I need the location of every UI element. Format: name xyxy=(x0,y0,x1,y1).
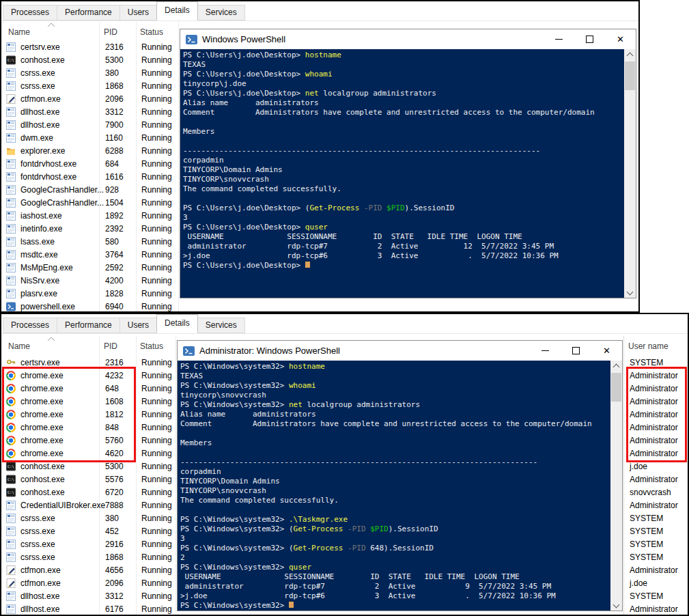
process-user: Administrator xyxy=(630,564,678,577)
process-pid: 452 xyxy=(105,525,119,538)
console-line: >j.doe rdp-tcp#6 3 Active . 5/7/2022 10:… xyxy=(180,591,608,601)
console-line: Comment Administrators have complete and… xyxy=(180,419,608,429)
process-user: SYSTEM xyxy=(630,551,663,564)
process-status: Running xyxy=(141,499,172,512)
minimize-button[interactable] xyxy=(544,29,574,49)
scrollbar-thumb[interactable] xyxy=(625,61,635,90)
column-header-pid[interactable]: PID xyxy=(104,27,117,37)
tab-processes[interactable]: Processes xyxy=(3,318,57,333)
console-line: tinycorp\snovvcrash xyxy=(180,391,608,400)
console-line: 3 xyxy=(180,534,608,544)
tab-users[interactable]: Users xyxy=(119,5,157,20)
console-line: TEXAS xyxy=(180,372,608,381)
default-icon xyxy=(6,527,16,536)
default-icon xyxy=(6,120,16,130)
process-status: Running xyxy=(141,564,172,577)
console-text: quser xyxy=(305,223,328,232)
column-header-pid[interactable]: PID xyxy=(104,341,117,351)
console-line: The command completed successfully. xyxy=(183,184,622,194)
scroll-down-icon[interactable] xyxy=(610,600,622,611)
process-name: MsMpEng.exe xyxy=(20,262,73,275)
console-text: hostname xyxy=(305,51,341,59)
console-line: PS C:\Users\j.doe\Desktop> (Get-Process … xyxy=(183,204,622,213)
process-pid: 2916 xyxy=(105,538,124,551)
console-text: net xyxy=(305,89,319,98)
scroll-up-icon[interactable] xyxy=(624,49,636,59)
scrollbar[interactable] xyxy=(624,49,636,298)
tab-details[interactable]: Details xyxy=(156,314,198,333)
default-icon xyxy=(6,172,16,182)
process-pid: 2392 xyxy=(105,223,124,236)
scrollbar[interactable] xyxy=(610,361,622,611)
maximize-button[interactable] xyxy=(561,341,591,361)
default-icon xyxy=(6,211,16,221)
process-status: Running xyxy=(141,434,172,447)
process-name: NisSrv.exe xyxy=(20,275,59,288)
console-text: TINYCORP\Domain Admins xyxy=(183,165,283,174)
process-pid: 5300 xyxy=(105,54,124,67)
console-line: PS C:\Users\j.doe\Desktop> xyxy=(183,261,622,270)
console-line: USERNAME SESSIONNAME ID STATE IDLE TIME … xyxy=(180,572,608,582)
process-status: Running xyxy=(141,603,172,616)
process-status: Running xyxy=(141,93,172,106)
scroll-up-icon[interactable] xyxy=(610,361,622,371)
process-name: dwm.exe xyxy=(20,132,53,145)
console-output: PS C:\Windows\system32> hostnameTEXASPS … xyxy=(178,361,622,611)
close-button[interactable]: ✕ xyxy=(605,29,636,49)
console-text: PS C:\Users\j.doe\Desktop> xyxy=(183,223,305,232)
process-pid: 3312 xyxy=(105,590,124,603)
process-pid: 6176 xyxy=(105,603,124,616)
column-header-status[interactable]: Status xyxy=(140,341,163,351)
minimize-button[interactable] xyxy=(530,341,561,361)
console-text: PS C:\Windows\system32> xyxy=(180,362,289,371)
column-header-name[interactable]: Name xyxy=(8,341,30,351)
tab-performance[interactable]: Performance xyxy=(57,5,120,20)
scroll-down-icon[interactable] xyxy=(624,288,636,298)
tab-performance[interactable]: Performance xyxy=(57,318,120,333)
process-user: j.doe xyxy=(630,577,647,590)
process-row[interactable]: powershell.exe6940Running xyxy=(3,300,638,313)
process-name: ctfmon.exe xyxy=(20,564,61,577)
process-status: Running xyxy=(141,551,172,564)
process-name: conhost.exe xyxy=(20,486,65,499)
tab-details[interactable]: Details xyxy=(156,1,198,20)
maximize-button[interactable] xyxy=(574,29,605,49)
console-line xyxy=(180,505,608,515)
highlight-box-administrator-users xyxy=(626,367,687,462)
powershell-admin-window[interactable]: Administrator: Windows PowerShell ✕ PS C… xyxy=(177,340,623,611)
pen-icon xyxy=(6,565,16,575)
process-status: Running xyxy=(141,184,172,197)
process-pid: 6940 xyxy=(105,300,124,313)
default-icon xyxy=(6,81,16,91)
console-text: TINYCORP\snovvcrash xyxy=(183,175,269,184)
close-button[interactable]: ✕ xyxy=(591,341,622,361)
process-status: Running xyxy=(141,421,172,434)
process-user: SYSTEM xyxy=(630,512,663,525)
console-line: PS C:\Windows\system32> quser xyxy=(180,563,608,572)
process-status: Running xyxy=(141,300,172,313)
powershell-titlebar[interactable]: Windows PowerShell ✕ xyxy=(180,29,636,49)
powershell-window[interactable]: Windows PowerShell ✕ PS C:\Users\j.doe\D… xyxy=(180,29,636,298)
process-pid: 1828 xyxy=(105,288,124,300)
column-header-status[interactable]: Status xyxy=(140,27,163,37)
tab-users[interactable]: Users xyxy=(119,318,157,333)
scrollbar-thumb[interactable] xyxy=(611,373,621,402)
tab-services[interactable]: Services xyxy=(197,5,245,20)
process-pid: 3312 xyxy=(105,106,124,119)
tab-processes[interactable]: Processes xyxy=(3,5,57,20)
tab-services[interactable]: Services xyxy=(197,318,245,333)
process-pid: 4656 xyxy=(105,564,124,577)
console-icon: C:\ xyxy=(6,488,16,497)
console-line: >j.doe rdp-tcp#6 3 Active . 5/7/2022 10:… xyxy=(183,251,622,261)
process-name: lsass.exe xyxy=(20,236,55,249)
column-header-name[interactable]: Name xyxy=(8,27,30,37)
process-name: powershell.exe xyxy=(20,300,75,313)
console-text: whoami xyxy=(289,381,316,390)
sort-ascending-icon[interactable] xyxy=(46,337,56,341)
powershell-titlebar[interactable]: Administrator: Windows PowerShell ✕ xyxy=(178,341,622,361)
sort-ascending-icon[interactable] xyxy=(46,23,56,27)
process-status: Running xyxy=(141,288,172,300)
default-icon xyxy=(6,552,16,562)
column-header-user[interactable]: User name xyxy=(628,341,669,351)
pen-icon xyxy=(6,94,16,104)
